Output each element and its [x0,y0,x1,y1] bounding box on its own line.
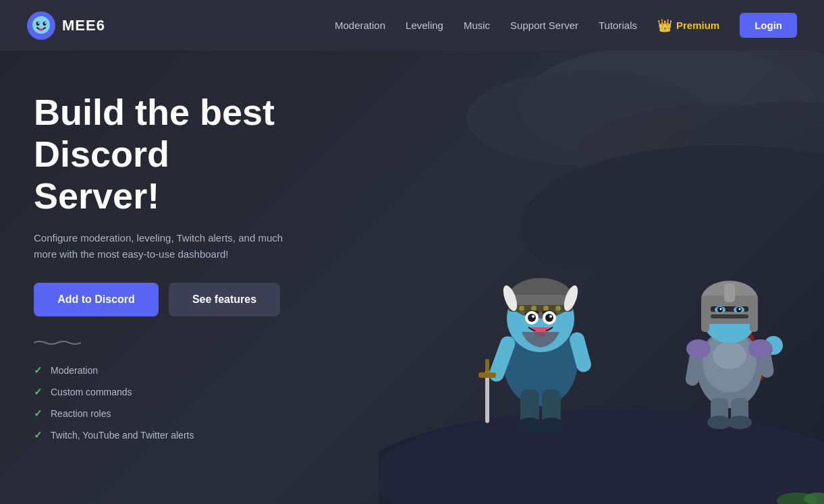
svg-point-69 [748,339,773,358]
nav-links: Moderation Leveling Music Support Server… [335,13,797,38]
brand-logo-icon [27,11,55,40]
svg-rect-58 [711,314,748,318]
svg-point-42 [549,315,552,318]
check-icon-reaction-roles: ✓ [34,408,43,420]
hero-illustration [439,126,811,504]
svg-rect-30 [508,305,573,312]
svg-point-50 [727,416,752,429]
premium-label: Premium [676,20,719,31]
svg-rect-60 [701,298,709,332]
svg-point-21 [538,418,565,434]
feature-label-custom-commands: Custom commands [51,387,132,397]
crown-icon: 👑 [657,18,672,33]
see-features-button[interactable]: See features [169,283,280,316]
wave-icon [34,340,81,345]
check-icon-alerts: ✓ [34,429,43,441]
svg-point-68 [686,339,711,358]
svg-rect-61 [750,298,758,332]
hero-section: Build the best Discord Server! Configure… [0,51,824,504]
svg-point-41 [532,315,534,318]
svg-point-33 [543,306,549,311]
nav-link-premium[interactable]: 👑 Premium [657,18,719,33]
hero-buttons: Add to Discord See features [34,283,304,316]
svg-point-4 [38,22,39,24]
hero-title: Build the best Discord Server! [34,91,304,217]
nav-link-support[interactable]: Support Server [510,20,578,31]
viking-character [473,227,608,443]
feature-label-moderation: Moderation [51,365,98,376]
check-icon-moderation: ✓ [34,364,43,376]
feature-label-reaction-roles: Reaction roles [51,408,111,419]
svg-point-2 [36,22,40,26]
svg-point-6 [39,28,43,31]
svg-rect-25 [478,372,496,378]
nav-link-moderation[interactable]: Moderation [335,20,385,31]
svg-point-32 [531,306,537,311]
svg-point-5 [45,22,46,24]
brand-name: MEE6 [62,17,105,34]
login-button[interactable]: Login [740,13,797,38]
nav-link-leveling[interactable]: Leveling [406,20,443,31]
svg-point-1 [32,16,50,34]
hero-content: Build the best Discord Server! Configure… [0,51,337,441]
svg-point-31 [519,306,524,311]
wave-divider [34,340,304,345]
feature-list: ✓ Moderation ✓ Custom commands ✓ Reactio… [34,364,304,441]
svg-point-34 [555,306,561,311]
feature-label-alerts: Twitch, YouTube and Twitter alerts [51,430,194,441]
hero-title-line2: Discord Server! [34,134,169,216]
check-icon-custom-commands: ✓ [34,386,43,398]
hero-subtitle: Configure moderation, leveling, Twitch a… [34,230,290,262]
hero-title-line1: Build the best [34,92,275,132]
svg-point-46 [713,342,746,369]
svg-point-40 [545,314,553,322]
svg-point-3 [43,22,47,26]
svg-point-67 [739,308,741,310]
brand-link[interactable]: MEE6 [27,11,105,40]
svg-rect-26 [485,359,489,372]
feature-item-custom-commands: ✓ Custom commands [34,386,304,398]
feature-item-alerts: ✓ Twitch, YouTube and Twitter alerts [34,429,304,441]
feature-item-reaction-roles: ✓ Reaction roles [34,408,304,420]
feature-item-moderation: ✓ Moderation [34,364,304,376]
knight-character [669,244,790,433]
svg-rect-59 [724,283,735,302]
svg-point-39 [528,314,536,322]
svg-point-66 [720,308,722,310]
nav-link-music[interactable]: Music [464,20,490,31]
nav-link-tutorials[interactable]: Tutorials [599,20,637,31]
navbar: MEE6 Moderation Leveling Music Support S… [0,0,824,51]
add-to-discord-button[interactable]: Add to Discord [34,283,159,316]
